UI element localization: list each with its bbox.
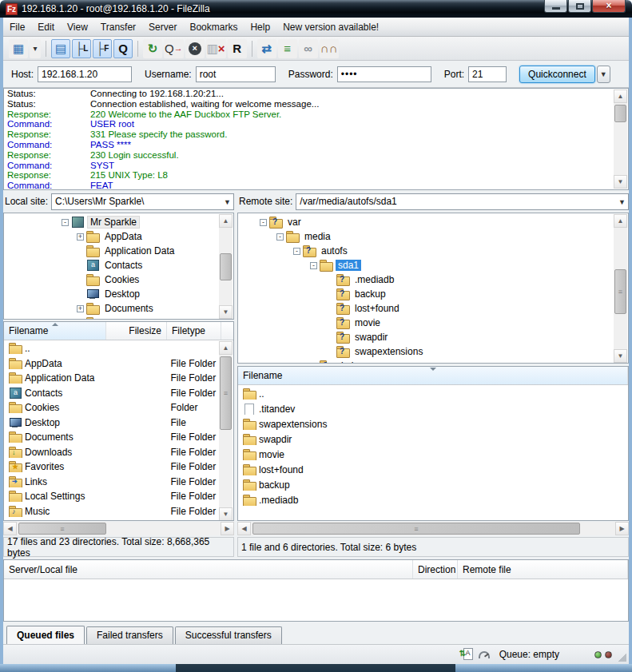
menu-new-version-available[interactable]: New version available! (276, 19, 385, 35)
expand-icon[interactable]: + (77, 320, 84, 320)
file-row-[interactable]: .. (238, 386, 628, 401)
cancel-button[interactable]: × (185, 39, 205, 58)
site-manager-dropdown[interactable]: ▾ (30, 39, 41, 58)
file-row-mediadb[interactable]: .mediadb (238, 492, 628, 507)
speed-limits-icon[interactable] (479, 651, 490, 658)
tree-item-sda1[interactable]: -sda1 (238, 258, 628, 272)
chevron-down-icon[interactable]: ▼ (224, 198, 231, 206)
toggle-message-log-button[interactable]: ▤ (51, 39, 70, 58)
expand-icon[interactable]: + (77, 305, 84, 312)
tree-item-desktop[interactable]: Desktop (4, 287, 233, 301)
resize-grip[interactable] (618, 654, 626, 662)
site-manager-button[interactable]: ▦ (9, 39, 28, 58)
scroll-thumb[interactable] (18, 523, 106, 535)
search-button[interactable]: ∩∩ (320, 39, 339, 58)
message-log-scrollbar[interactable]: ▲ ▼ (614, 89, 627, 189)
host-input[interactable] (38, 66, 132, 82)
file-row-documents[interactable]: DocumentsFile Folder (4, 430, 220, 445)
file-row-titandev[interactable]: .titandev (238, 401, 628, 416)
menu-transfer[interactable]: Transfer (94, 19, 142, 35)
file-row-music[interactable]: ♪MusicFile Folder (4, 504, 220, 519)
remote-tree-scrollbar[interactable]: ▲ ▼ (614, 214, 627, 363)
collapse-icon[interactable]: - (276, 233, 284, 241)
tree-item-cookies[interactable]: Cookies (4, 272, 233, 287)
tree-item-autofs[interactable]: -?autofs (238, 244, 628, 258)
menu-view[interactable]: View (61, 19, 94, 35)
scroll-up-icon[interactable]: ▲ (219, 214, 233, 228)
tree-item-swapextensions[interactable]: ?swapextensions (238, 344, 628, 359)
local-tree-scrollbar[interactable]: ▲ ▼ (219, 214, 233, 319)
tab-queued-files[interactable]: Queued files (6, 626, 85, 644)
column-remote-file[interactable]: Remote file (458, 560, 628, 579)
expand-icon[interactable]: + (77, 233, 84, 241)
scroll-up-icon[interactable]: ▲ (614, 89, 627, 103)
chevron-down-icon[interactable]: ▼ (618, 198, 626, 206)
column-direction[interactable]: Direction (413, 560, 458, 579)
collapse-icon[interactable]: - (62, 219, 69, 226)
toggle-remote-tree-button[interactable]: ├F (93, 39, 112, 58)
file-row-contacts[interactable]: ContactsFile Folder (4, 386, 220, 401)
local-list-scrollbar[interactable]: ▲ ▼ (219, 341, 233, 521)
scroll-left-icon[interactable]: ◀ (3, 522, 17, 535)
menu-help[interactable]: Help (244, 19, 276, 35)
column-filesize[interactable]: Filesize (106, 322, 167, 340)
scroll-thumb[interactable] (614, 269, 626, 314)
column-filetype[interactable]: Filetype (167, 322, 221, 340)
tree-item-movie[interactable]: ?movie (238, 316, 628, 330)
scroll-down-icon[interactable]: ▼ (614, 349, 627, 363)
file-row-[interactable]: .. (4, 341, 220, 356)
column-filename[interactable]: Filename (238, 367, 628, 384)
scroll-left-icon[interactable]: ◀ (237, 522, 251, 535)
scroll-down-icon[interactable]: ▼ (219, 507, 233, 521)
scroll-thumb[interactable] (614, 105, 626, 122)
file-row-cookies[interactable]: CookiesFolder (4, 400, 220, 416)
scroll-thumb[interactable] (220, 253, 232, 280)
tree-item-contacts[interactable]: Contacts (4, 258, 233, 272)
transfer-type-icon[interactable] (461, 648, 474, 661)
file-row-swapdir[interactable]: swapdir (238, 431, 628, 447)
tree-item-swapdir[interactable]: ?swapdir (238, 330, 628, 344)
toggle-queue-button[interactable]: Q (113, 39, 133, 58)
menu-edit[interactable]: Edit (31, 19, 61, 35)
file-row-application-data[interactable]: Application DataFile Folder (4, 371, 220, 386)
scroll-down-icon[interactable]: ▼ (219, 305, 233, 319)
synchronized-browsing-button[interactable]: ⇄ (257, 39, 276, 58)
file-row-backup[interactable]: backup (238, 477, 628, 492)
local-list-hscrollbar[interactable]: ◀ ▶ (3, 522, 234, 535)
file-row-movie[interactable]: movie (238, 447, 628, 462)
tree-item-backup[interactable]: ?backup (238, 287, 628, 301)
maximize-button[interactable] (568, 0, 591, 13)
local-site-combo[interactable]: C:\Users\Mr Sparkle\ ▼ (51, 193, 234, 210)
tree-item-downloads[interactable]: +↓Downloads (4, 316, 233, 320)
collapse-icon[interactable]: - (310, 262, 317, 269)
tab-successful-transfers[interactable]: Successful transfers (175, 626, 282, 644)
quickconnect-button[interactable]: Quickconnect (519, 66, 595, 83)
disconnect-button[interactable]: ▥× (206, 39, 226, 58)
file-row-favorites[interactable]: ★FavoritesFile Folder (4, 459, 220, 475)
file-row-local-settings[interactable]: Local SettingsFile Folder (4, 489, 220, 504)
collapse-icon[interactable]: - (293, 248, 300, 255)
scroll-thumb[interactable] (220, 356, 232, 430)
column-filename[interactable]: Filename (4, 322, 106, 340)
scroll-thumb[interactable] (252, 523, 580, 535)
reconnect-button[interactable]: R (228, 39, 247, 58)
menu-bookmarks[interactable]: Bookmarks (183, 19, 244, 35)
tab-failed-transfers[interactable]: Failed transfers (86, 626, 173, 644)
title-bar[interactable]: Fz 192.168.1.20 - root@192.168.1.20 - Fi… (0, 0, 632, 18)
password-input[interactable] (337, 66, 431, 82)
menu-server[interactable]: Server (142, 19, 183, 35)
minimize-button[interactable] (544, 0, 567, 13)
tree-item-media[interactable]: -media (238, 229, 628, 244)
file-row-downloads[interactable]: ↓DownloadsFile Folder (4, 445, 220, 460)
tree-item-documents[interactable]: +Documents (4, 301, 233, 316)
process-queue-button[interactable]: Q→ (164, 39, 184, 58)
tree-item-application-data[interactable]: Application Data (4, 244, 233, 258)
remote-site-combo[interactable]: /var/media/autofs/sda1 ▼ (296, 193, 629, 210)
file-row-links[interactable]: ➔LinksFile Folder (4, 475, 220, 490)
port-input[interactable] (468, 66, 507, 82)
tree-item-mediadb[interactable]: ?.mediadb (238, 272, 628, 287)
tree-item-lost-found[interactable]: ?lost+found (238, 301, 628, 316)
scroll-right-icon[interactable]: ▶ (615, 522, 629, 535)
file-row-appdata[interactable]: AppDataFile Folder (4, 356, 220, 372)
scroll-right-icon[interactable]: ▶ (221, 522, 234, 535)
